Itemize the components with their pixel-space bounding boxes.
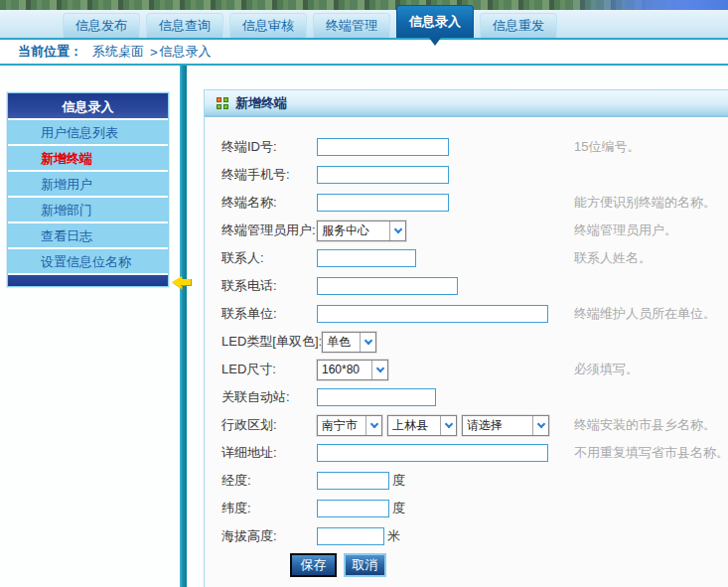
arrow-tail [181, 279, 192, 286]
admin-region-hint: 终端安装的市县乡名称。 [574, 416, 716, 434]
contact-person-label: 联系人: [221, 249, 317, 267]
grid-squares-icon [217, 97, 228, 109]
auto-station-label: 关联自动站: [221, 388, 317, 406]
terminal-name-row: 终端名称: 能方便识别终端的名称。 [205, 189, 728, 217]
sidebar-title: 信息录入 [8, 93, 168, 120]
auto-station-row: 关联自动站: [205, 383, 728, 411]
chevron-down-icon [440, 416, 456, 435]
chevron-down-icon [532, 416, 548, 435]
contact-unit-hint: 终端维护人员所在单位。 [574, 305, 716, 323]
altitude-input[interactable] [317, 527, 384, 545]
contact-person-input[interactable] [317, 249, 416, 267]
admin-region-row: 行政区划: 南宁市 上林县 请选择 终端安装的市县乡名称。 [205, 411, 728, 439]
tab-info-publish[interactable]: 信息发布 [63, 13, 140, 38]
terminal-admin-user-row: 终端管理员用户: 服务中心 终端管理员用户。 [205, 217, 728, 244]
breadcrumb-separator: > [150, 45, 158, 60]
sidebar-divider [180, 66, 187, 587]
terminal-name-hint: 能方便识别终端的名称。 [574, 194, 716, 212]
tab-terminal-manage[interactable]: 终端管理 [313, 13, 390, 38]
led-type-select[interactable]: 单色 [322, 332, 376, 353]
region-county-value: 上林县 [388, 416, 440, 435]
content-panel: 新增终端 终端ID号: 15位编号。 终端手机号: 终端名称: 能方便识别终端的… [204, 89, 728, 587]
tab-info-audit[interactable]: 信息审核 [229, 13, 307, 38]
terminal-name-input[interactable] [317, 194, 449, 212]
contact-unit-row: 联系单位: 终端维护人员所在单位。 [205, 300, 728, 328]
top-photo-banner [0, 0, 728, 10]
terminal-id-label: 终端ID号: [221, 138, 317, 156]
sidebar-item-add-user[interactable]: 新增用户 [8, 172, 168, 198]
sidebar-item-add-terminal[interactable]: 新增终端 [8, 146, 168, 172]
longitude-unit: 度 [392, 472, 405, 490]
grid-square-green [217, 104, 221, 109]
altitude-unit: 米 [387, 527, 400, 545]
breadcrumb-home-link[interactable]: 系统桌面 [92, 43, 144, 61]
grid-square-green [223, 97, 228, 102]
chevron-down-icon [360, 333, 375, 352]
terminal-id-input[interactable] [317, 138, 449, 156]
altitude-label: 海拔高度: [221, 527, 317, 545]
tab-info-query[interactable]: 信息查询 [146, 13, 223, 38]
sidebar-item-add-department[interactable]: 新增部门 [8, 198, 168, 223]
auto-station-input[interactable] [317, 388, 436, 406]
latitude-label: 纬度: [221, 500, 317, 517]
contact-phone-row: 联系电话: [205, 272, 728, 300]
terminal-id-row: 终端ID号: 15位编号。 [205, 133, 728, 161]
contact-person-row: 联系人: 联系人姓名。 [205, 244, 728, 272]
region-city-select[interactable]: 南宁市 [317, 415, 382, 436]
led-type-label: LED类型[单双色]: [221, 333, 322, 351]
terminal-phone-input[interactable] [317, 166, 449, 184]
led-size-select[interactable]: 160*80 [317, 360, 388, 380]
chevron-down-icon [371, 361, 387, 379]
latitude-input[interactable] [317, 500, 389, 517]
detail-address-input[interactable] [317, 444, 548, 462]
breadcrumb-current: 信息录入 [160, 43, 212, 61]
detail-address-hint: 不用重复填写省市县名称。 [574, 444, 728, 462]
add-terminal-form: 终端ID号: 15位编号。 终端手机号: 终端名称: 能方便识别终端的名称。 终… [205, 117, 728, 577]
tab-info-entry-label: 信息录入 [409, 14, 461, 29]
grid-square-green [223, 104, 228, 109]
page-title: 新增终端 [235, 94, 287, 112]
led-size-value: 160*80 [318, 361, 371, 379]
tab-info-entry[interactable]: 信息录入 [396, 5, 474, 38]
sidebar-item-view-logs[interactable]: 查看日志 [8, 223, 168, 249]
contact-person-hint: 联系人姓名。 [574, 249, 652, 267]
terminal-id-hint: 15位编号。 [574, 138, 640, 156]
grid-square-orange [217, 97, 221, 102]
form-actions: 保存 取消 [205, 553, 728, 577]
breadcrumb-prefix: 当前位置： [18, 43, 82, 61]
altitude-row: 海拔高度: 米 [205, 522, 728, 550]
detail-address-label: 详细地址: [221, 444, 317, 462]
led-size-row: LED尺寸: 160*80 必须填写。 [205, 356, 728, 383]
region-town-value: 请选择 [463, 416, 532, 435]
terminal-admin-user-select[interactable]: 服务中心 [317, 220, 406, 241]
terminal-admin-user-value: 服务中心 [318, 221, 389, 240]
longitude-row: 经度: 度 [205, 467, 728, 495]
latitude-unit: 度 [392, 500, 405, 517]
save-button[interactable]: 保存 [290, 553, 337, 577]
breadcrumb: 当前位置： 系统桌面 > 信息录入 [0, 38, 728, 66]
contact-unit-label: 联系单位: [221, 305, 317, 323]
sidebar-item-user-info-list[interactable]: 用户信息列表 [8, 120, 168, 146]
panel-header: 新增终端 [205, 90, 728, 117]
top-tab-bar: 信息发布 信息查询 信息审核 终端管理 信息录入 信息重发 [0, 10, 728, 38]
region-county-select[interactable]: 上林县 [387, 415, 457, 436]
detail-address-row: 详细地址: 不用重复填写省市县名称。 [205, 439, 728, 467]
led-size-label: LED尺寸: [221, 361, 317, 378]
terminal-phone-row: 终端手机号: [205, 161, 728, 189]
region-town-select[interactable]: 请选择 [462, 415, 549, 436]
admin-region-label: 行政区划: [221, 416, 317, 434]
longitude-input[interactable] [317, 472, 389, 490]
cancel-button[interactable]: 取消 [344, 553, 386, 577]
tab-info-resend[interactable]: 信息重发 [480, 13, 557, 38]
contact-unit-input[interactable] [317, 305, 548, 323]
sidebar-collapse-arrow-icon[interactable] [172, 276, 194, 289]
terminal-admin-user-hint: 终端管理员用户。 [574, 221, 677, 239]
region-city-value: 南宁市 [318, 416, 365, 435]
sidebar-menu: 信息录入 用户信息列表 新增终端 新增用户 新增部门 查看日志 设置信息位名称 [7, 92, 169, 287]
sidebar-footer-bar [8, 275, 168, 286]
main-area: 信息录入 用户信息列表 新增终端 新增用户 新增部门 查看日志 设置信息位名称 … [0, 66, 728, 587]
sidebar-item-set-info-slot-name[interactable]: 设置信息位名称 [8, 249, 168, 275]
contact-phone-input[interactable] [317, 277, 458, 295]
led-type-value: 单色 [323, 333, 360, 352]
active-tab-pointer-icon [429, 38, 441, 46]
